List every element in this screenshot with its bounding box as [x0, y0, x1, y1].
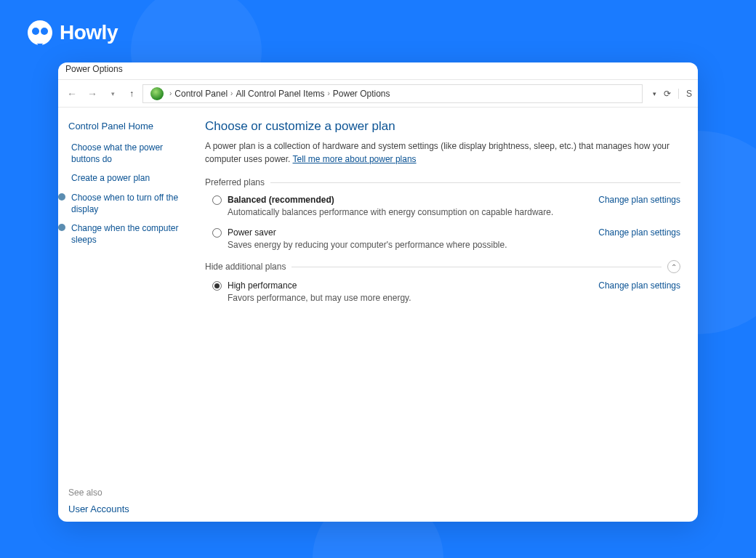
control-panel-icon [150, 87, 164, 100]
sidebar-home-link[interactable]: Control Panel Home [68, 121, 189, 132]
radio-power-saver[interactable] [212, 228, 222, 238]
plan-title: Power saver [228, 227, 587, 238]
recent-dropdown[interactable]: ▾ [105, 86, 121, 102]
change-plan-settings-link[interactable]: Change plan settings [598, 280, 680, 291]
additional-plans-label: Hide additional plans ⌃ [205, 260, 680, 273]
sidebar-item-power-buttons[interactable]: Choose what the power buttons do [68, 142, 189, 165]
learn-more-link[interactable]: Tell me more about power plans [293, 154, 417, 164]
sidebar-item-create-plan[interactable]: Create a power plan [68, 172, 189, 184]
preferred-plans-label: Preferred plans [205, 177, 680, 187]
divider [291, 267, 662, 267]
plan-power-saver[interactable]: Power saver Saves energy by reducing you… [205, 227, 680, 250]
plan-title: Balanced (recommended) [228, 195, 587, 205]
refresh-button[interactable]: ⟳ [664, 89, 671, 99]
divider [270, 182, 680, 183]
breadcrumb-dropdown-icon[interactable]: ▾ [653, 90, 656, 97]
back-button[interactable]: ← [64, 86, 80, 102]
breadcrumb-item[interactable]: All Control Panel Items [236, 89, 324, 99]
plan-subtitle: Favors performance, but may use more ene… [228, 293, 587, 303]
owl-icon [28, 20, 52, 45]
chevron-right-icon: › [230, 89, 233, 97]
up-button[interactable]: ↑ [125, 89, 138, 99]
address-bar: ← → ▾ ↑ › Control Panel › All Control Pa… [58, 80, 698, 108]
change-plan-settings-link[interactable]: Change plan settings [598, 195, 680, 205]
radio-balanced[interactable] [212, 195, 222, 205]
breadcrumb-item[interactable]: Power Options [333, 89, 390, 99]
main-content: Choose or customize a power plan A power… [196, 108, 698, 522]
plan-title: High performance [228, 280, 587, 291]
see-also-label: See also [68, 488, 189, 498]
plan-high-performance[interactable]: High performance Favors performance, but… [205, 280, 680, 303]
chevron-right-icon: › [327, 89, 329, 97]
change-plan-settings-link[interactable]: Change plan settings [598, 227, 680, 238]
chevron-up-icon: ⌃ [671, 263, 677, 271]
breadcrumb-item[interactable]: Control Panel [174, 89, 228, 99]
brand-logo: Howly [28, 20, 118, 45]
page-description: A power plan is a collection of hardware… [205, 140, 680, 166]
chevron-right-icon: › [169, 89, 172, 97]
brand-name: Howly [60, 21, 118, 44]
window: Power Options ← → ▾ ↑ › Control Panel › … [58, 62, 698, 522]
sidebar: Control Panel Home Choose what the power… [58, 108, 196, 522]
plan-subtitle: Automatically balances performance with … [228, 207, 587, 217]
sidebar-item-computer-sleeps[interactable]: Change when the computer sleeps [68, 222, 189, 246]
page-title: Choose or customize a power plan [205, 119, 680, 134]
radio-high-performance[interactable] [212, 281, 222, 291]
breadcrumb[interactable]: › Control Panel › All Control Panel Item… [142, 84, 643, 103]
plan-subtitle: Saves energy by reducing your computer's… [228, 240, 587, 250]
plan-balanced[interactable]: Balanced (recommended) Automatically bal… [205, 195, 680, 217]
search-hint[interactable]: S [678, 89, 692, 99]
collapse-button[interactable]: ⌃ [667, 260, 680, 273]
forward-button[interactable]: → [84, 86, 100, 102]
sidebar-item-turn-off-display[interactable]: Choose when to turn off the display [68, 192, 189, 215]
window-title: Power Options [58, 62, 698, 80]
see-also-user-accounts[interactable]: User Accounts [68, 504, 189, 514]
